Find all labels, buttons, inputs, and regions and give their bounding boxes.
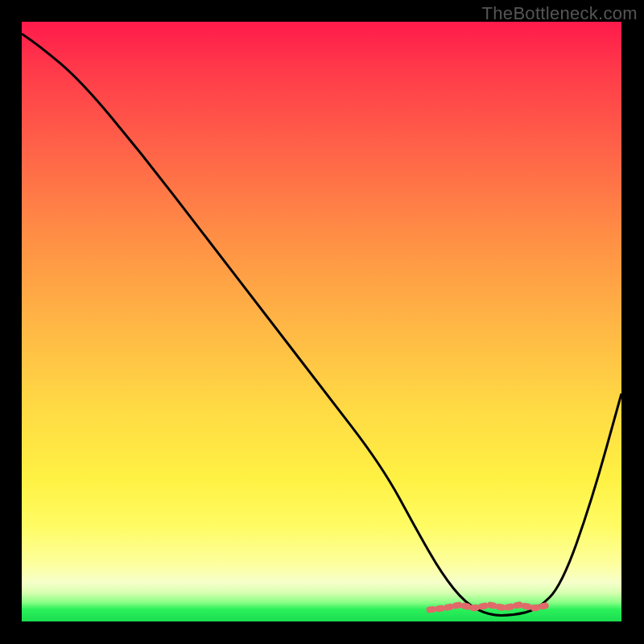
chart-curve-layer [22, 22, 621, 621]
optimal-flat-highlight [430, 605, 550, 609]
bottleneck-curve [22, 34, 621, 616]
watermark-text: TheBottleneck.com [482, 3, 638, 24]
chart-frame [22, 22, 621, 621]
